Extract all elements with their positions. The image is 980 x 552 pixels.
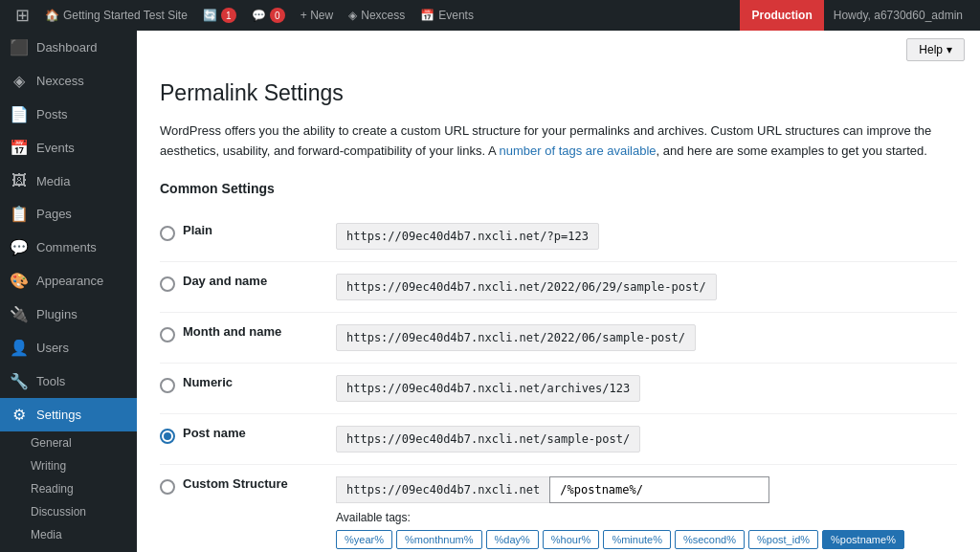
media-icon: 🖼	[10, 172, 29, 189]
posts-icon: 📄	[10, 105, 29, 123]
custom-url-base: https://09ec40d4b7.nxcli.net	[336, 476, 549, 503]
page-title: Permalink Settings	[160, 80, 957, 106]
tag-monthnum[interactable]: %monthnum%	[396, 530, 482, 549]
production-badge[interactable]: Production	[740, 0, 823, 31]
events-icon: 📅	[420, 9, 434, 22]
month-name-label: Month and name	[183, 324, 281, 339]
sidebar-item-label: Settings	[36, 408, 81, 422]
sidebar-item-label: Media	[36, 174, 70, 188]
content-area: Help ▾ Permalink Settings WordPress offe…	[137, 31, 980, 552]
tag-year[interactable]: %year%	[336, 530, 392, 549]
plugins-icon: 🔌	[10, 305, 29, 323]
events-sidebar-icon: 📅	[10, 139, 29, 157]
numeric-radio[interactable]	[160, 378, 175, 393]
new-label: + New	[301, 9, 333, 22]
sidebar-item-label: Posts	[36, 107, 68, 121]
chevron-down-icon: ▾	[947, 43, 952, 56]
submenu-writing[interactable]: Writing	[0, 454, 137, 477]
sidebar-item-label: Pages	[36, 207, 72, 221]
day-name-radio[interactable]	[160, 276, 175, 292]
tag-second[interactable]: %second%	[675, 530, 745, 549]
post-name-label: Post name	[183, 426, 246, 440]
custom-structure-radio[interactable]	[160, 479, 175, 495]
submenu-general[interactable]: General	[0, 431, 137, 454]
settings-submenu: General Writing Reading Discussion Media…	[0, 431, 137, 552]
admin-bar: ⊞ 🏠 Getting Started Test Site 🔄 1 💬 0 + …	[0, 0, 980, 31]
sidebar-item-media[interactable]: 🖼 Media	[0, 165, 137, 197]
sidebar-item-label: Comments	[36, 240, 97, 254]
nexcess-item[interactable]: ◈ Nexcess	[341, 0, 412, 31]
sidebar-item-label: Appearance	[36, 274, 103, 288]
updates-icon: 🔄	[203, 9, 217, 22]
sidebar: ⬛ Dashboard ◈ Nexcess 📄 Posts 📅 Events 🖼…	[0, 31, 137, 552]
plain-url: https://09ec40d4b7.nxcli.net/?p=123	[336, 223, 599, 250]
user-menu[interactable]: Howdy, a6730d60_admin	[824, 0, 972, 31]
dashboard-icon: ⬛	[10, 38, 29, 56]
numeric-label: Numeric	[183, 375, 233, 389]
new-content-item[interactable]: + New	[293, 0, 341, 31]
home-icon: 🏠	[45, 9, 59, 22]
sidebar-item-label: Events	[36, 141, 75, 155]
events-item[interactable]: 📅 Events	[412, 0, 481, 31]
section-title: Common Settings	[160, 181, 957, 196]
sidebar-item-label: Plugins	[36, 307, 78, 321]
available-tags-label: Available tags:	[336, 511, 957, 524]
sidebar-item-events[interactable]: 📅 Events	[0, 131, 137, 165]
pages-icon: 📋	[10, 205, 29, 223]
sidebar-item-tools[interactable]: 🔧 Tools	[0, 364, 137, 398]
tags-link[interactable]: number of tags are available	[500, 144, 657, 158]
submenu-reading[interactable]: Reading	[0, 477, 137, 500]
post-name-url: https://09ec40d4b7.nxcli.net/sample-post…	[336, 426, 640, 453]
updates-item[interactable]: 🔄 1	[195, 0, 244, 31]
sidebar-item-dashboard[interactable]: ⬛ Dashboard	[0, 31, 137, 64]
tag-hour[interactable]: %hour%	[543, 530, 600, 549]
sidebar-item-posts[interactable]: 📄 Posts	[0, 98, 137, 131]
post-name-option-row: Post name https://09ec40d4b7.nxcli.net/s…	[160, 414, 957, 465]
tag-minute[interactable]: %minute%	[603, 530, 671, 549]
tag-post_id[interactable]: %post_id%	[748, 530, 818, 549]
submenu-discussion[interactable]: Discussion	[0, 500, 137, 523]
wp-logo-icon[interactable]: ⊞	[8, 5, 37, 26]
updates-badge: 1	[221, 8, 236, 23]
help-button[interactable]: Help ▾	[906, 38, 965, 61]
custom-structure-input[interactable]	[549, 476, 769, 503]
tags-row-1: %year% %monthnum% %day% %hour% %minute% …	[336, 530, 957, 549]
day-name-label: Day and name	[183, 274, 267, 288]
post-name-radio[interactable]	[160, 429, 175, 444]
sidebar-item-pages[interactable]: 📋 Pages	[0, 197, 137, 231]
tag-postname[interactable]: %postname%	[822, 530, 904, 549]
day-name-url: https://09ec40d4b7.nxcli.net/2022/06/29/…	[336, 274, 717, 300]
sidebar-item-label: Tools	[36, 374, 65, 388]
users-icon: 👤	[10, 339, 29, 357]
month-name-url: https://09ec40d4b7.nxcli.net/2022/06/sam…	[336, 324, 696, 351]
nexcess-sidebar-icon: ◈	[10, 72, 29, 90]
sidebar-item-users[interactable]: 👤 Users	[0, 331, 137, 364]
tools-icon: 🔧	[10, 372, 29, 390]
site-name-label: Getting Started Test Site	[63, 9, 188, 22]
sidebar-item-plugins[interactable]: 🔌 Plugins	[0, 298, 137, 331]
sidebar-item-comments[interactable]: 💬 Comments	[0, 231, 137, 264]
comments-item[interactable]: 💬 0	[244, 0, 293, 31]
sidebar-item-nexcess[interactable]: ◈ Nexcess	[0, 64, 137, 98]
month-name-radio[interactable]	[160, 327, 175, 342]
sidebar-item-appearance[interactable]: 🎨 Appearance	[0, 264, 137, 298]
submenu-permalinks[interactable]: Permalinks	[0, 546, 137, 552]
site-name-item[interactable]: 🏠 Getting Started Test Site	[37, 0, 195, 31]
sidebar-item-label: Users	[36, 341, 69, 355]
sidebar-item-settings[interactable]: ⚙ Settings	[0, 398, 137, 431]
appearance-icon: 🎨	[10, 272, 29, 290]
custom-structure-input-row: https://09ec40d4b7.nxcli.net	[336, 476, 957, 503]
page-description: WordPress offers you the ability to crea…	[160, 121, 957, 162]
submenu-media[interactable]: Media	[0, 523, 137, 546]
comments-icon: 💬	[252, 9, 266, 22]
sidebar-item-label: Dashboard	[36, 40, 98, 55]
day-name-option-row: Day and name https://09ec40d4b7.nxcli.ne…	[160, 262, 957, 313]
nexcess-icon: ◈	[348, 9, 357, 22]
plain-radio[interactable]	[160, 226, 175, 241]
comments-sidebar-icon: 💬	[10, 238, 29, 256]
events-label: Events	[438, 9, 474, 22]
nexcess-label: Nexcess	[361, 9, 405, 22]
comments-badge: 0	[270, 8, 285, 23]
tag-day[interactable]: %day%	[486, 530, 539, 549]
custom-structure-label: Custom Structure	[183, 476, 288, 491]
